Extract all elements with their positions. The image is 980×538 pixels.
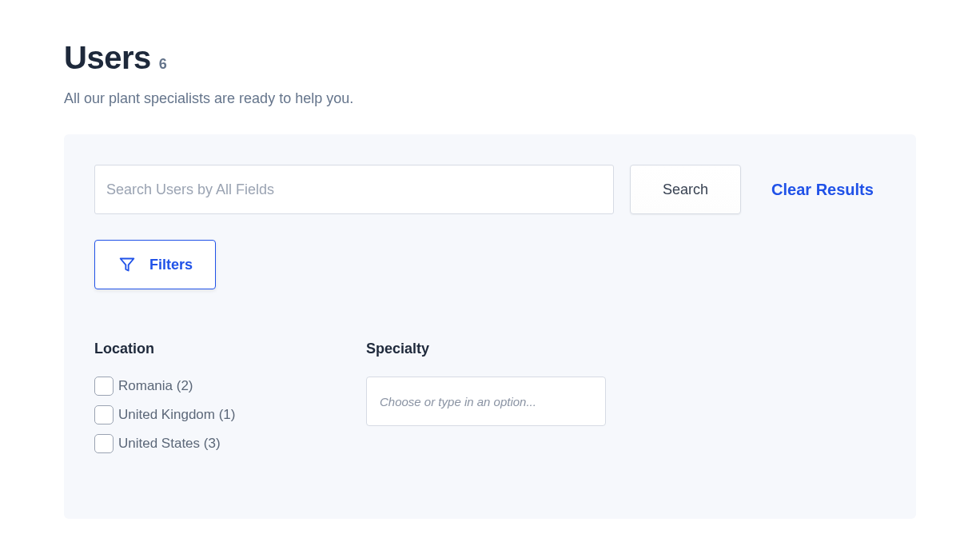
checkbox[interactable] bbox=[94, 405, 114, 424]
location-option[interactable]: United States (3) bbox=[94, 434, 334, 453]
search-button[interactable]: Search bbox=[630, 165, 741, 214]
location-heading: Location bbox=[94, 341, 334, 357]
filters-button-label: Filters bbox=[149, 257, 193, 273]
page-count: 6 bbox=[159, 56, 167, 73]
checkbox-label: United Kingdom (1) bbox=[118, 407, 235, 423]
checkbox[interactable] bbox=[94, 434, 114, 453]
location-option[interactable]: United Kingdom (1) bbox=[94, 405, 334, 424]
page-subtitle: All our plant specialists are ready to h… bbox=[64, 90, 916, 107]
filter-group-location: Location Romania (2) United Kingdom (1) … bbox=[94, 341, 334, 463]
page-title: Users bbox=[64, 40, 151, 76]
checkbox-label: United States (3) bbox=[118, 436, 221, 452]
specialty-heading: Specialty bbox=[366, 341, 606, 357]
search-filter-panel: Search Clear Results Filters Location Ro… bbox=[64, 134, 916, 519]
svg-marker-0 bbox=[121, 259, 134, 271]
checkbox-label: Romania (2) bbox=[118, 378, 193, 394]
checkbox[interactable] bbox=[94, 377, 114, 396]
filter-icon bbox=[119, 257, 135, 273]
search-input[interactable] bbox=[94, 165, 614, 214]
clear-results-link[interactable]: Clear Results bbox=[771, 181, 874, 199]
filters-button[interactable]: Filters bbox=[94, 240, 216, 289]
location-option[interactable]: Romania (2) bbox=[94, 377, 334, 396]
filter-group-specialty: Specialty bbox=[366, 341, 606, 463]
specialty-input[interactable] bbox=[366, 377, 606, 426]
